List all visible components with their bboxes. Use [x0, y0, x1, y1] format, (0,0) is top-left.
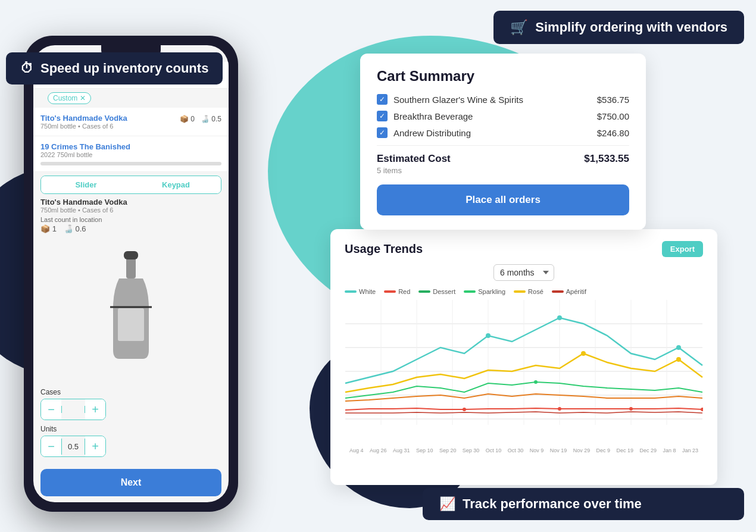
- svg-point-26: [629, 407, 633, 411]
- last-cases: 📦 1: [40, 224, 57, 233]
- cart-checkbox-3[interactable]: ✓: [377, 127, 388, 138]
- svg-point-22: [676, 357, 681, 362]
- trend-icon: 📈: [439, 496, 455, 512]
- legend-aperitif-label: Apéritif: [566, 288, 586, 295]
- count-values: 📦 1 🍶 0.6: [40, 224, 221, 233]
- next-button[interactable]: Next: [40, 469, 221, 496]
- tab-row: Slider Keypad: [40, 176, 221, 194]
- cart-vendor-3: Andrew Distributing: [393, 128, 471, 138]
- cart-vendor-1: Southern Glazer's Wine & Spirits: [393, 95, 523, 105]
- cart-card: Cart Summary ✓ Southern Glazer's Wine & …: [360, 54, 646, 230]
- cart-items-count: 5 items: [377, 166, 629, 175]
- product-2-sub: 2022 750ml bottle: [40, 151, 221, 158]
- last-count-label: Last count in location: [40, 216, 221, 223]
- cases-decrement[interactable]: −: [41, 399, 61, 420]
- cart-price-3: $246.80: [597, 128, 629, 138]
- legend-sparkling-label: Sparkling: [478, 288, 505, 295]
- svg-point-20: [676, 345, 681, 350]
- cases-stepper: − +: [40, 399, 106, 420]
- product-row-2: 19 Crimes The Banished 2022 750ml bottle: [33, 136, 229, 172]
- custom-close-icon[interactable]: ✕: [80, 94, 86, 102]
- legend-rose-dot: [514, 290, 526, 293]
- cart-price-2: $750.00: [597, 111, 629, 121]
- phone-mockup: Front B... + ⚗ Finish location Custom ✕ …: [24, 36, 238, 512]
- legend-white: White: [345, 288, 376, 295]
- months-select[interactable]: 6 months 3 months 12 months: [493, 264, 554, 281]
- banner-track-text: Track performance over time: [463, 496, 642, 512]
- svg-point-23: [534, 380, 538, 384]
- cases-value: [61, 406, 85, 413]
- phone-screen: Front B... + ⚗ Finish location Custom ✕ …: [33, 45, 229, 502]
- timer-icon: ⏱: [20, 61, 33, 76]
- cart-checkbox-2[interactable]: ✓: [377, 111, 388, 121]
- legend-red-dot: [384, 290, 396, 293]
- legend-dessert-dot: [418, 290, 430, 293]
- legend-dessert-label: Dessert: [433, 288, 455, 295]
- export-button[interactable]: Export: [662, 241, 703, 257]
- svg-point-25: [558, 407, 561, 411]
- chart-title: Usage Trends: [345, 242, 423, 256]
- legend-white-label: White: [359, 288, 376, 295]
- cart-total-label: Estimated Cost: [377, 153, 451, 165]
- legend-sparkling-dot: [464, 290, 476, 293]
- legend-aperitif-dot: [552, 290, 564, 293]
- product-1-counts: 📦 0 🍶 0.5: [180, 115, 221, 123]
- cart-item-3: ✓ Andrew Distributing $246.80: [377, 127, 629, 138]
- custom-label: Custom: [53, 94, 77, 102]
- cart-price-1: $536.75: [597, 95, 629, 105]
- legend-white-dot: [345, 290, 357, 293]
- cart-item-1: ✓ Southern Glazer's Wine & Spirits $536.…: [377, 94, 629, 105]
- controls-area: Cases − + Units − 0.5 +: [33, 383, 229, 467]
- units-label: Units: [40, 425, 221, 433]
- cart-divider: [377, 145, 629, 146]
- banner-track: 📈 Track performance over time: [423, 488, 744, 520]
- tab-keypad[interactable]: Keypad: [131, 176, 221, 193]
- chart-filter: 6 months 3 months 12 months: [345, 264, 703, 281]
- cart-checkbox-1[interactable]: ✓: [377, 94, 388, 105]
- svg-point-19: [557, 315, 562, 320]
- legend-red: Red: [384, 288, 410, 295]
- units-value: 0.5: [61, 439, 85, 455]
- product-1-units: 🍶 0.5: [201, 115, 221, 123]
- legend-sparkling: Sparkling: [464, 288, 505, 295]
- cart-icon: 🛒: [510, 19, 528, 36]
- legend-red-label: Red: [398, 288, 410, 295]
- tab-slider[interactable]: Slider: [41, 176, 131, 193]
- chart-card: Usage Trends Export 6 months 3 months 12…: [330, 229, 717, 485]
- bottle-image: [95, 249, 167, 368]
- last-units: 🍶 0.6: [64, 224, 86, 233]
- chart-legend: White Red Dessert Sparkling Rosé Apériti…: [345, 288, 703, 295]
- units-decrement[interactable]: −: [41, 436, 61, 456]
- chart-x-labels: Aug 4 Aug 26 Aug 31 Sep 10 Sep 20 Sep 30…: [345, 447, 703, 453]
- custom-badge: Custom ✕: [48, 92, 91, 104]
- cart-item-2: ✓ Breakthra Beverage $750.00: [377, 111, 629, 121]
- svg-point-21: [581, 351, 586, 356]
- units-stepper: − 0.5 +: [40, 436, 106, 457]
- product-1-name: Tito's Handmade Vodka: [40, 114, 127, 123]
- product-2-name: 19 Crimes The Banished: [40, 142, 221, 151]
- units-increment[interactable]: +: [85, 436, 105, 456]
- cases-increment[interactable]: +: [85, 399, 105, 420]
- legend-dessert: Dessert: [418, 288, 455, 295]
- svg-point-27: [701, 408, 703, 411]
- cart-vendor-2: Breakthra Beverage: [393, 111, 473, 121]
- banner-simplify-text: Simplify ordering with vendors: [535, 20, 727, 35]
- product-1-sub: 750ml bottle • Cases of 6: [40, 123, 127, 130]
- keypad-product-sub: 750ml bottle • Cases of 6: [40, 206, 221, 214]
- chart-header: Usage Trends Export: [345, 241, 703, 257]
- banner-simplify: 🛒 Simplify ordering with vendors: [493, 11, 744, 44]
- place-order-button[interactable]: Place all orders: [377, 184, 629, 215]
- svg-point-18: [486, 333, 491, 338]
- legend-aperitif: Apéritif: [552, 288, 586, 295]
- keypad-product-info: Tito's Handmade Vodka 750ml bottle • Cas…: [33, 198, 229, 233]
- cart-total-row: Estimated Cost $1,533.55: [377, 153, 629, 165]
- product-row-1: Tito's Handmade Vodka 750ml bottle • Cas…: [33, 108, 229, 136]
- svg-rect-1: [118, 308, 144, 341]
- product-1-cases: 📦 0: [180, 115, 195, 123]
- cart-title: Cart Summary: [377, 68, 629, 85]
- keypad-product-name: Tito's Handmade Vodka: [40, 198, 221, 206]
- banner-speedup: ⏱ Speed up inventory counts: [6, 52, 223, 85]
- usage-chart: [345, 300, 703, 443]
- legend-rose-label: Rosé: [528, 288, 543, 295]
- bottle-area: [33, 233, 229, 383]
